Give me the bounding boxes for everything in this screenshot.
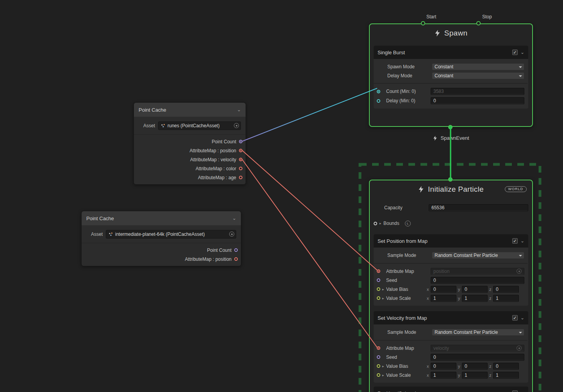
attribute-map-field[interactable]: velocity [431,345,524,352]
attribute-map-field[interactable]: position [431,268,524,275]
node-header[interactable]: Point Cache ⌄ [134,103,246,117]
enabled-checkbox[interactable]: ✓ [512,315,518,321]
foldout-icon[interactable]: ▸ [382,373,386,377]
foldout-icon[interactable]: ▸ [379,221,383,225]
value-scale-x-field[interactable]: 1 [431,372,456,379]
point-cache-node-runes[interactable]: Point Cache ⌄ Asset runes (PointCacheAss… [134,102,246,185]
delay-field[interactable]: 0 [431,97,524,104]
port-attributemap-velocity[interactable] [239,158,242,161]
sample-mode-dropdown[interactable]: Random Constant Per Particle [432,252,524,259]
object-picker-icon[interactable] [517,346,522,351]
delay-label: Delay (Min: 0) [386,98,431,103]
value-bias-x-field[interactable]: 0 [431,363,456,370]
position-sphere-block[interactable]: Position (Sphere) ✓ ⌄ [374,387,528,392]
chevron-down-icon[interactable]: ⌄ [520,50,524,54]
object-picker-icon[interactable] [234,123,239,128]
port-attribute-map-input[interactable] [377,269,380,273]
pointcache-asset-icon [109,232,113,237]
capacity-field[interactable]: 65536 [429,204,528,211]
seed-field[interactable]: 0 [431,277,524,284]
chevron-down-icon[interactable]: ⌄ [520,239,524,243]
port-bounds-input[interactable] [374,222,377,225]
asset-label: Asset [91,232,103,237]
value-scale-x-field[interactable]: 1 [431,295,456,302]
node-title-row[interactable]: Spawn [370,24,532,42]
single-burst-block[interactable]: Single Burst ✓ ⌄ Spawn Mode Constant Del… [374,46,528,109]
foldout-icon[interactable]: ▸ [382,364,386,368]
value-scale-y-field[interactable]: 1 [462,372,488,379]
value-scale-z-field[interactable]: 1 [493,295,519,302]
value-scale-z-field[interactable]: 1 [493,372,519,379]
point-cache-node-planet[interactable]: Point Cache ⌄ Asset intermediate-planet-… [81,211,241,266]
flow-port-stop[interactable] [476,21,481,25]
port-point-count[interactable] [234,248,238,252]
object-picker-icon[interactable] [517,269,522,274]
set-velocity-from-map-block[interactable]: Set Velocity from Map ✓ ⌄ Sample Mode Ra… [374,311,528,383]
value-scale-row: ▸ Value Scale x 1 y 1 z 1 [377,294,524,303]
value-bias-y-field[interactable]: 0 [462,286,488,293]
spawn-node[interactable]: Start Stop Spawn Single Burst ✓ ⌄ Spawn … [369,23,533,127]
value-bias-row: ▸ Value Bias x 0 y 0 z 0 [377,285,524,294]
set-position-from-map-block[interactable]: Set Position from Map ✓ ⌄ Sample Mode Ra… [374,234,528,306]
edge-pointcount-to-count[interactable] [242,88,377,141]
value-bias-y-field[interactable]: 0 [462,363,488,370]
port-attribute-map-input[interactable] [377,346,380,350]
port-attributemap-age[interactable] [239,176,242,179]
delay-mode-dropdown[interactable]: Constant [432,72,524,79]
port-attributemap-color[interactable] [239,167,242,170]
value-bias-x-field[interactable]: 0 [431,286,456,293]
count-field[interactable]: 3583 [431,88,524,95]
port-point-count[interactable] [239,140,242,143]
enabled-checkbox[interactable]: ✓ [512,390,518,392]
value-scale-y-field[interactable]: 1 [462,295,488,302]
chevron-down-icon[interactable]: ⌄ [237,108,241,112]
port-value-bias-input[interactable] [377,287,380,291]
capacity-row: Capacity 65536 [374,203,528,212]
flow-port-spawnevent-output[interactable] [448,125,453,129]
value-bias-z-field[interactable]: 0 [493,363,519,370]
foldout-icon[interactable]: ▸ [382,296,386,300]
block-header[interactable]: Set Velocity from Map ✓ ⌄ [374,311,528,324]
chevron-down-icon[interactable]: ⌄ [520,316,524,320]
block-title: Set Position from Map [378,238,428,244]
port-count-input[interactable] [377,90,380,93]
block-title: Set Velocity from Map [378,315,427,321]
port-delay-input[interactable] [377,99,380,103]
port-value-scale-input[interactable] [377,296,380,300]
foldout-icon[interactable]: ▸ [382,287,386,291]
block-header[interactable]: Set Position from Map ✓ ⌄ [374,234,528,248]
port-attributemap-position[interactable] [234,257,238,261]
seed-field[interactable]: 0 [431,354,524,361]
edge-velocity-to-attributemap[interactable] [242,159,377,347]
asset-object-field[interactable]: intermediate-planet-64k (PointCacheAsset… [106,230,236,239]
chevron-down-icon[interactable]: ⌄ [232,216,236,220]
local-space-icon[interactable]: L [405,221,411,226]
spawn-mode-dropdown[interactable]: Constant [432,63,524,70]
initialize-particle-node[interactable]: Initialize Particle WORLD Capacity 65536… [369,180,533,392]
node-header[interactable]: Point Cache ⌄ [82,211,241,225]
value-bias-label: Value Bias [386,363,427,369]
port-seed-input[interactable] [377,278,380,282]
port-attributemap-position[interactable] [239,149,242,152]
vfx-graph-canvas[interactable]: Point Cache ⌄ Asset runes (PointCacheAss… [0,0,563,392]
block-header[interactable]: Single Burst ✓ ⌄ [374,46,528,59]
lightning-icon [435,30,440,37]
edge-position-to-attributemap[interactable] [242,150,377,270]
enabled-checkbox[interactable]: ✓ [512,238,518,244]
value-bias-label: Value Bias [386,287,427,292]
port-value-bias-input[interactable] [377,364,380,368]
bounds-label: Bounds [383,221,399,226]
flow-port-initialize-input[interactable] [448,177,453,182]
port-seed-input[interactable] [377,355,380,359]
flow-port-start[interactable] [421,21,425,25]
object-picker-icon[interactable] [229,232,234,237]
axis-y-label: y [458,364,462,369]
output-label: AttributeMap : position [185,257,232,262]
value-bias-z-field[interactable]: 0 [493,286,519,293]
block-header[interactable]: Position (Sphere) ✓ ⌄ [374,387,528,392]
port-value-scale-input[interactable] [377,373,380,377]
space-badge-world[interactable]: WORLD [505,186,527,192]
asset-object-field[interactable]: runes (PointCacheAsset) [158,121,241,130]
sample-mode-dropdown[interactable]: Random Constant Per Particle [432,329,524,336]
enabled-checkbox[interactable]: ✓ [512,50,518,55]
